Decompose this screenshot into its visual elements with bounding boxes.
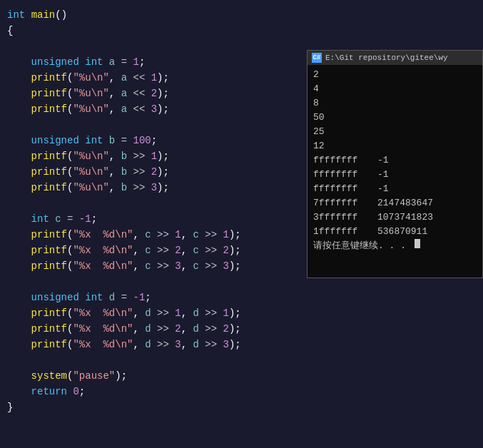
- terminal-output-line: ffffffff -1: [313, 168, 477, 182]
- terminal-prompt-line: 请按任意键继续. . .: [313, 239, 477, 253]
- terminal-output-line: 25: [313, 125, 477, 139]
- terminal-titlebar: C# E:\Git repository\gitee\wy: [307, 51, 482, 65]
- code-line: printf ( "%x %d\n" , d >> 2 , d >> 2 );: [7, 321, 483, 337]
- code-line: }: [7, 399, 483, 415]
- terminal-output-line: 8: [313, 96, 477, 111]
- terminal-output-line: ffffffff -1: [313, 182, 477, 196]
- code-line: unsigned int d = -1 ;: [7, 290, 483, 305]
- terminal-title: E:\Git repository\gitee\wy: [325, 54, 448, 62]
- func-main: main: [31, 7, 56, 23]
- terminal-body: 2 4 8 50 25 12 ffffffff -1 ffffffff -1 f…: [307, 65, 482, 278]
- code-line: int main (): [7, 7, 483, 23]
- terminal-output-line: 12: [313, 139, 477, 153]
- terminal-output-line: 50: [313, 111, 477, 125]
- code-line: printf ( "%x %d\n" , d >> 3 , d >> 3 );: [7, 337, 483, 352]
- blank-line: [7, 352, 483, 368]
- terminal-output-line: 7fffffff 2147483647: [313, 196, 477, 210]
- terminal-prompt-text: 请按任意键继续. . .: [313, 239, 406, 253]
- terminal-output-line: 3fffffff 1073741823: [313, 210, 477, 225]
- code-line: {: [7, 23, 483, 39]
- terminal-app-icon: C#: [312, 53, 322, 63]
- code-line: system ( "pause" );: [7, 368, 483, 384]
- terminal-cursor: [415, 239, 420, 248]
- terminal-output-line: 1fffffff 536870911: [313, 225, 477, 239]
- terminal-output-line: ffffffff -1: [313, 153, 477, 168]
- terminal-output-line: 2: [313, 68, 477, 82]
- keyword-int: int: [7, 7, 25, 23]
- terminal-output-line: 4: [313, 82, 477, 96]
- code-line: printf ( "%x %d\n" , d >> 1 , d >> 1 );: [7, 305, 483, 321]
- code-line: return 0 ;: [7, 384, 483, 399]
- terminal-window: C# E:\Git repository\gitee\wy 2 4 8 50 2…: [307, 50, 483, 278]
